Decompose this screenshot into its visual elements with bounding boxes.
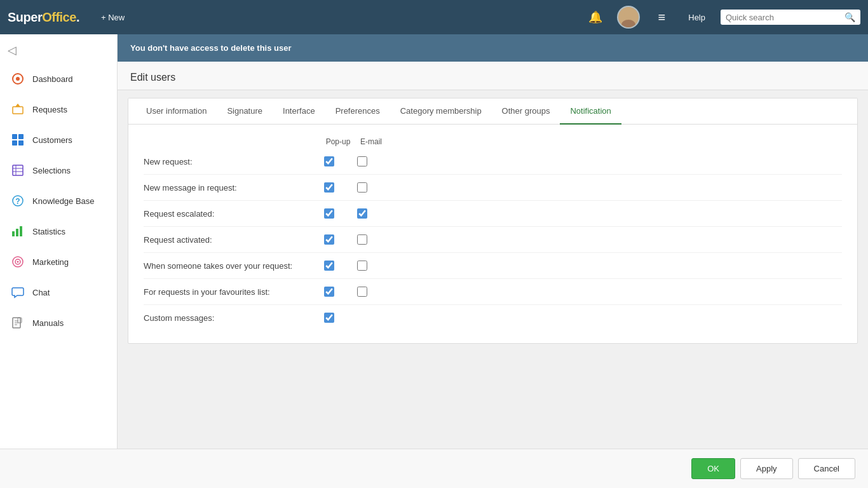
tab-category[interactable]: Category membership	[390, 98, 492, 125]
notif-checkboxes-4	[322, 258, 370, 273]
email-checkbox-2[interactable]	[355, 206, 370, 221]
dashboard-icon	[11, 72, 25, 85]
notif-checkboxes-0	[322, 154, 370, 169]
search-input[interactable]	[726, 13, 841, 22]
sidebar-label-manuals: Manuals	[32, 318, 64, 328]
edit-panel: Edit users	[118, 62, 868, 90]
notif-checkboxes-3	[322, 232, 370, 247]
content-area: You don't have access to delete this use…	[118, 34, 868, 449]
ok-button[interactable]: OK	[691, 458, 735, 479]
svg-rect-4	[13, 107, 23, 114]
user-avatar[interactable]	[617, 6, 640, 29]
sidebar-item-dashboard[interactable]: Dashboard	[0, 64, 117, 94]
sidebar-label-chat: Chat	[32, 288, 50, 297]
svg-text:?: ?	[15, 197, 20, 206]
tabs-header: User informationSignatureInterfacePrefer…	[128, 98, 857, 125]
main-layout: ◁ Dashboard Requests Customers Selection…	[0, 34, 868, 449]
popup-checkbox-3[interactable]	[322, 232, 337, 247]
svg-point-0	[624, 10, 633, 19]
svg-rect-10	[13, 165, 23, 175]
notif-label-6: Custom messages:	[144, 313, 322, 323]
popup-checkbox-4[interactable]	[322, 258, 337, 273]
statistics-icon	[11, 225, 25, 238]
email-checkbox-3[interactable]	[355, 232, 370, 247]
tabs-card: User informationSignatureInterfacePrefer…	[128, 98, 858, 344]
app-logo: SuperOffice.	[8, 10, 79, 25]
svg-rect-16	[12, 231, 15, 236]
svg-point-3	[16, 77, 20, 81]
notifications-icon[interactable]: 🔔	[584, 6, 607, 29]
tab-user-info[interactable]: User information	[136, 98, 217, 125]
svg-rect-26	[18, 318, 22, 323]
notification-row: Custom messages:	[144, 305, 842, 330]
notification-row: For requests in your favourites list:	[144, 279, 842, 305]
search-box: 🔍	[721, 10, 860, 25]
email-checkbox-0[interactable]	[355, 154, 370, 169]
svg-point-21	[17, 261, 19, 263]
customers-icon	[11, 133, 25, 146]
sidebar-label-dashboard: Dashboard	[32, 74, 73, 84]
sidebar-label-selections: Selections	[32, 166, 71, 175]
marketing-icon	[11, 255, 25, 268]
sidebar-item-knowledge[interactable]: ? Knowledge Base	[0, 186, 117, 216]
notification-rows: New request: New message in request: Req…	[144, 149, 842, 330]
sidebar: ◁ Dashboard Requests Customers Selection…	[0, 34, 118, 449]
sidebar-item-customers[interactable]: Customers	[0, 125, 117, 155]
notif-label-5: For requests in your favourites list:	[144, 287, 322, 297]
popup-checkbox-0[interactable]	[322, 154, 337, 169]
tab-preferences[interactable]: Preferences	[325, 98, 390, 125]
email-col-header: E-mail	[355, 137, 388, 146]
tab-notification[interactable]: Notification	[560, 98, 621, 125]
notif-label-2: Request escalated:	[144, 209, 322, 219]
email-checkbox-5[interactable]	[355, 284, 370, 299]
tab-signature[interactable]: Signature	[217, 98, 273, 125]
popup-checkbox-2[interactable]	[322, 206, 337, 221]
sidebar-label-customers: Customers	[32, 135, 72, 145]
sidebar-item-marketing[interactable]: Marketing	[0, 247, 117, 277]
notification-row: New request:	[144, 149, 842, 175]
knowledge-icon: ?	[11, 194, 25, 207]
svg-rect-7	[18, 134, 24, 139]
popup-col-header: Pop-up	[322, 137, 355, 146]
notif-checkboxes-5	[322, 284, 370, 299]
action-bar: OK Apply Cancel	[0, 449, 868, 488]
topnav: SuperOffice. + New 🔔 ≡ Help 🔍	[0, 0, 868, 34]
tab-interface[interactable]: Interface	[273, 98, 325, 125]
sidebar-collapse[interactable]: ◁	[0, 37, 117, 64]
sidebar-item-chat[interactable]: Chat	[0, 277, 117, 308]
sidebar-label-marketing: Marketing	[32, 257, 69, 267]
notification-row: New message in request:	[144, 175, 842, 201]
notif-label-1: New message in request:	[144, 183, 322, 193]
popup-checkbox-6[interactable]	[322, 310, 337, 325]
notif-checkboxes-1	[322, 180, 370, 195]
email-checkbox-4[interactable]	[355, 258, 370, 273]
sidebar-label-knowledge: Knowledge Base	[32, 196, 95, 206]
tab-other-groups[interactable]: Other groups	[492, 98, 560, 125]
apply-button[interactable]: Apply	[740, 458, 793, 479]
sidebar-item-manuals[interactable]: Manuals	[0, 308, 117, 338]
cancel-button[interactable]: Cancel	[798, 458, 855, 479]
notif-checkboxes-2	[322, 206, 370, 221]
notification-tab-content: Pop-up E-mail New request: New message i…	[128, 125, 857, 343]
notif-checkboxes-6	[322, 310, 370, 325]
manuals-icon	[11, 316, 25, 329]
sidebar-label-requests: Requests	[32, 105, 67, 114]
notification-row: When someone takes over your request:	[144, 253, 842, 279]
sidebar-item-selections[interactable]: Selections	[0, 155, 117, 186]
svg-rect-6	[12, 134, 17, 139]
svg-rect-8	[12, 140, 17, 146]
messages-icon[interactable]: ≡	[650, 6, 673, 29]
new-button[interactable]: + New	[95, 9, 131, 26]
help-button[interactable]: Help	[683, 9, 710, 26]
svg-rect-17	[16, 229, 18, 236]
email-checkbox-1[interactable]	[355, 180, 370, 195]
sidebar-item-statistics[interactable]: Statistics	[0, 216, 117, 247]
popup-checkbox-5[interactable]	[322, 284, 337, 299]
search-icon: 🔍	[844, 12, 855, 22]
requests-icon	[11, 103, 25, 116]
sidebar-item-requests[interactable]: Requests	[0, 94, 117, 125]
popup-checkbox-1[interactable]	[322, 180, 337, 195]
svg-rect-9	[18, 140, 24, 146]
email-checkbox-6	[355, 310, 370, 325]
page-title: Edit users	[130, 72, 855, 83]
